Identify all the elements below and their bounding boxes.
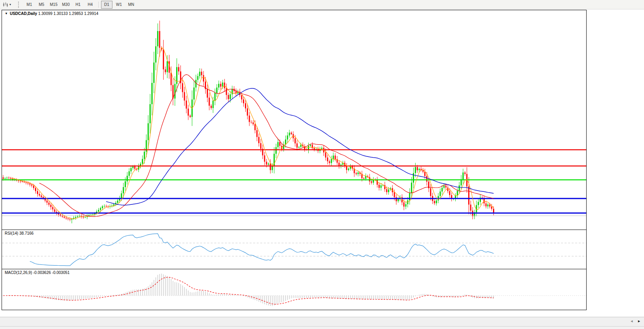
toolbar-grip[interactable] (18, 2, 20, 8)
candlestick-chart-icon (2, 2, 8, 7)
timeframe-button-h1[interactable]: H1 (72, 1, 84, 9)
chart-title: ▼USDCAD,Daily 1.30099 1.30133 1.29853 1.… (5, 11, 98, 16)
toolbar: ▾ M1M5M15M30H1H4D1W1MN (0, 0, 644, 9)
chart-symbol-label: USDCAD,Daily (10, 11, 37, 16)
price-axis[interactable] (587, 10, 644, 310)
chevron-down-icon: ▾ (9, 3, 11, 6)
status-strip (0, 326, 644, 329)
tab-scroll-arrows: ◄ ► (627, 318, 643, 324)
macd-title: MACD(12,26,9) -0.003626 -0.003051 (5, 270, 70, 275)
price-chart-canvas[interactable] (2, 10, 586, 229)
timeframe-button-m5[interactable]: M5 (36, 1, 47, 9)
macd-chart-canvas[interactable] (2, 269, 586, 309)
timeframe-button-w1[interactable]: W1 (113, 1, 125, 9)
rsi-chart-canvas[interactable] (2, 230, 586, 268)
tab-scroll-right-icon[interactable]: ► (637, 319, 641, 323)
time-axis[interactable] (0, 310, 644, 316)
chart-mode-dropdown[interactable]: ▾ (0, 0, 13, 9)
timeframe-button-mn[interactable]: MN (125, 1, 137, 9)
tab-scroll-left-icon[interactable]: ◄ (630, 319, 633, 323)
symbol-tab-bar (0, 317, 644, 327)
rsi-title: RSI(14) 38.7166 (5, 231, 33, 235)
toolbar-separator (98, 2, 99, 8)
timeframe-button-m30[interactable]: M30 (60, 1, 72, 9)
timeframe-button-d1[interactable]: D1 (101, 1, 112, 9)
timeframe-button-h4[interactable]: H4 (85, 1, 96, 9)
timeframe-button-m15[interactable]: M15 (48, 1, 59, 9)
chart-menu-icon[interactable]: ▼ (5, 12, 8, 15)
timeframe-button-m1[interactable]: M1 (24, 1, 35, 9)
timeframe-buttons: M1M5M15M30H1H4D1W1MN (23, 1, 137, 9)
chart-ohlc-values: 1.30099 1.30133 1.29853 1.29914 (37, 11, 98, 16)
